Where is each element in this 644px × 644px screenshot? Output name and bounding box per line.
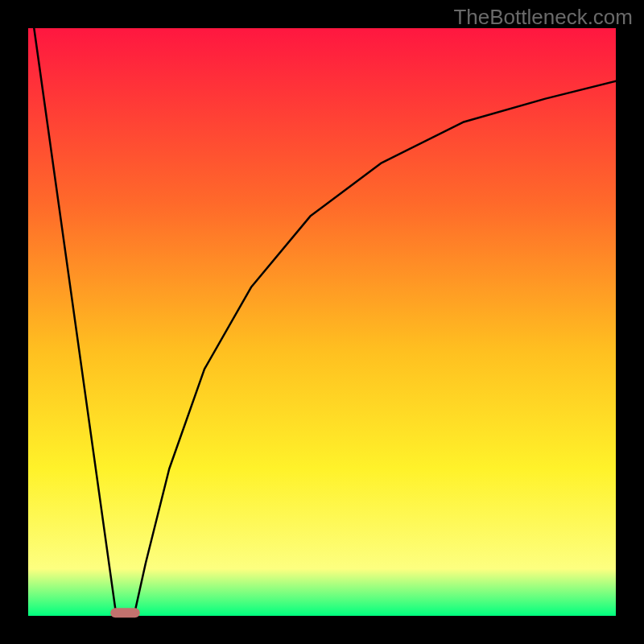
chart-svg bbox=[0, 0, 644, 644]
optimal-zone-marker bbox=[110, 608, 140, 617]
bottleneck-chart: TheBottleneck.com bbox=[0, 0, 644, 644]
plot-area bbox=[28, 28, 616, 616]
attribution-label: TheBottleneck.com bbox=[453, 5, 633, 30]
